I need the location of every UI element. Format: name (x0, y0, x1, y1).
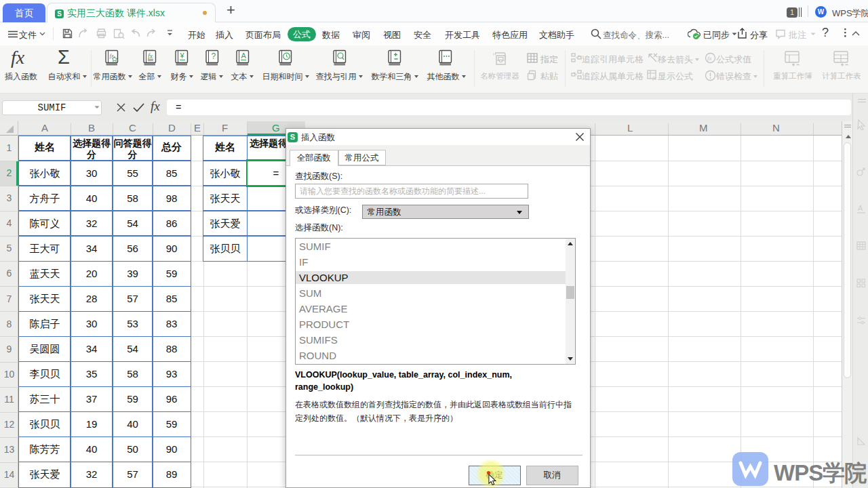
svg-text:fx: fx (652, 75, 656, 81)
svg-text:A: A (241, 52, 247, 60)
svg-text:?: ? (212, 52, 216, 61)
svg-text:A: A (858, 204, 863, 212)
svg-text:fx: fx (110, 52, 115, 59)
svg-text:fx: fx (707, 55, 712, 62)
svg-text:¥: ¥ (180, 52, 185, 60)
svg-text:fx: fx (148, 52, 153, 60)
